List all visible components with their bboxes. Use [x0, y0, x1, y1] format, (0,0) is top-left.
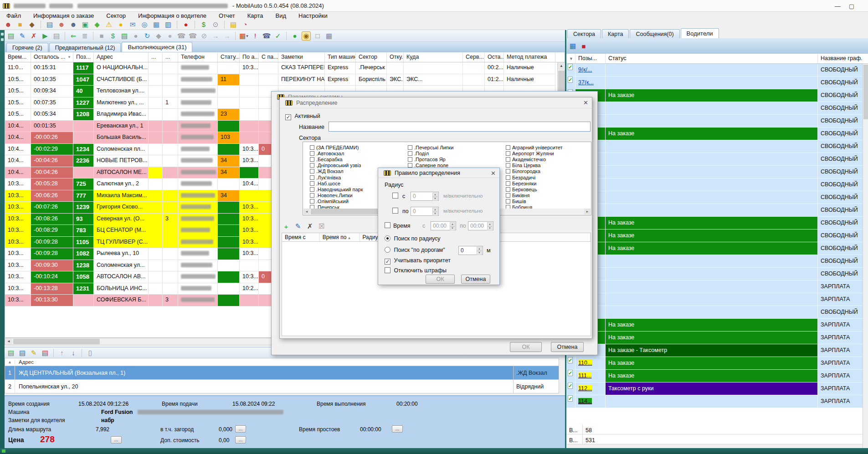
operator-icon[interactable]: ☻: [4, 20, 13, 29]
money-icon[interactable]: $: [199, 20, 208, 29]
checkbox-icon[interactable]: [310, 187, 314, 192]
orders-column-header-3[interactable]: Адрес: [94, 52, 149, 62]
orders-column-header-2[interactable]: Поз...: [73, 52, 94, 62]
checkbox-icon[interactable]: [310, 199, 314, 204]
address-delete-icon[interactable]: ▤: [41, 348, 50, 357]
search-radius-radio[interactable]: Поиск по радиусу: [385, 235, 441, 242]
tab-orders-2[interactable]: Выполняющиеся (31): [122, 42, 192, 52]
close-icon[interactable]: ✕: [491, 170, 496, 177]
driver-row[interactable]: ✓На заказеСВОБОДНЫЙ: [566, 89, 863, 102]
rule-delete-icon[interactable]: ✗: [305, 222, 314, 231]
rules-column-header-1[interactable]: Время по ▲: [320, 233, 360, 241]
rule-add-icon[interactable]: +: [282, 222, 291, 231]
driver-row[interactable]: ✓ЗАРПЛАТА: [566, 281, 863, 293]
driver-row[interactable]: ✓СВОБОДНЫЙ: [566, 306, 863, 319]
checkbox-checked-icon[interactable]: ✓: [568, 77, 573, 83]
schedule-column-header[interactable]: Название граф...: [818, 54, 863, 63]
driver-row[interactable]: ✓СВОБОДНЫЙ: [566, 153, 863, 166]
checkbox-icon[interactable]: [506, 193, 510, 198]
driver-row[interactable]: ✓108...На заказе - ТаксометрЗАРПЛАТА: [566, 344, 863, 357]
checkbox-icon[interactable]: [506, 169, 510, 173]
db-delete-icon[interactable]: ✗: [29, 31, 38, 41]
driver-row[interactable]: ✓На заказеЗАРПЛАТА: [566, 332, 863, 344]
orders-column-header-0[interactable]: Врем...: [5, 52, 31, 62]
driver-row[interactable]: ✓112...Таксометр с рукиЗАРПЛАТА: [566, 383, 863, 395]
time-to-spinner[interactable]: 00:00▲▼: [468, 221, 493, 230]
notes-icon[interactable]: ▤: [229, 20, 238, 29]
db-edit-icon[interactable]: ✎: [18, 31, 27, 41]
callsign-column-header[interactable]: Позы...: [575, 54, 606, 63]
taxi-icon[interactable]: ■: [15, 20, 25, 29]
tab-right-1[interactable]: Карта: [602, 29, 629, 38]
driver-callsign-link[interactable]: 110...: [578, 360, 592, 366]
filter-icon[interactable]: ▼: [566, 54, 575, 63]
orders-column-header-4[interactable]: ...: [149, 52, 163, 62]
db-run-icon[interactable]: ▶: [41, 31, 50, 41]
coin-icon[interactable]: ●: [116, 20, 125, 29]
network-icon[interactable]: ▦: [152, 20, 161, 29]
clients-icon[interactable]: ☻: [69, 20, 78, 29]
client-icon[interactable]: ☻: [57, 20, 66, 29]
orders-column-header-13[interactable]: Отку...: [387, 52, 404, 62]
sector-item[interactable]: Білогородка: [506, 168, 562, 174]
sector-item[interactable]: .Протасов Яр: [408, 156, 454, 162]
driver-callsign-link[interactable]: 37(к...: [578, 79, 594, 86]
driver-callsign-link[interactable]: 114...: [578, 398, 592, 404]
rule-titlebar[interactable]: Правило распределения ✕: [378, 168, 499, 178]
sector-item[interactable]: .ЖД Вокзал: [310, 168, 363, 174]
rule-clear-icon[interactable]: ☒: [317, 222, 326, 231]
checkbox-icon[interactable]: [506, 181, 510, 186]
address-insert-icon[interactable]: ▤: [18, 348, 27, 357]
checkbox-checked-icon[interactable]: ✓: [568, 357, 573, 363]
menu-Информация о заказе[interactable]: Информация о заказе: [33, 12, 94, 19]
sector-item[interactable]: .Автовокзал: [310, 150, 363, 156]
tab-right-2[interactable]: Сообщения(0): [630, 29, 679, 38]
checkbox-icon[interactable]: [310, 145, 314, 150]
driver-row[interactable]: ✓СВОБОДНЫЙ: [566, 166, 863, 179]
sector-item[interactable]: Аграрний університет: [506, 144, 562, 150]
driver-row[interactable]: ✓На заказеСВОБОДНЫЙ: [566, 128, 863, 140]
circle-green-icon[interactable]: ●: [290, 31, 299, 41]
order-document-icon[interactable]: ▤: [45, 20, 54, 29]
doc-green-icon[interactable]: ▤: [120, 31, 129, 41]
search-roads-radio[interactable]: Поиск "по дорогам": [385, 247, 445, 253]
distribution-titlebar[interactable]: Распределение ✕: [280, 97, 592, 108]
sector-item[interactable]: .Бесарабка: [310, 156, 363, 162]
driver-row[interactable]: ✓9(к/...СВОБОДНЫЙ: [566, 64, 863, 77]
doc-gray-icon[interactable]: ▤: [52, 31, 61, 41]
tab-right-0[interactable]: Сектора: [567, 29, 601, 38]
checkbox-icon[interactable]: [408, 163, 412, 168]
driver-row[interactable]: ✓СВОБОДНЫЙ: [566, 268, 863, 281]
menu-Настройки[interactable]: Настройки: [298, 12, 328, 19]
roads-distance-spinner[interactable]: 0▲▼: [458, 246, 483, 255]
driver-row[interactable]: ✓114...ЗАРПЛАТА: [566, 395, 863, 408]
eye-icon[interactable]: ◉: [302, 31, 311, 41]
checkbox-icon[interactable]: [310, 169, 314, 173]
move-up-icon[interactable]: ↑: [57, 348, 67, 357]
lock-red-icon[interactable]: ■: [579, 41, 588, 51]
driver-callsign-link[interactable]: 9(к/...: [578, 66, 592, 73]
warning-icon[interactable]: ⚠: [104, 20, 113, 29]
checkbox-icon[interactable]: [310, 157, 314, 162]
extra-ellipsis-button[interactable]: ...: [235, 436, 246, 444]
driver-row[interactable]: ✓СВОБОДНЫЙ: [566, 179, 863, 191]
minimize-button[interactable]: —: [835, 3, 841, 10]
sector-item[interactable]: Аеропорт Жуляни: [506, 150, 562, 156]
sector-item[interactable]: .Дніпровський узвіз: [310, 163, 363, 168]
checkbox-checked-icon[interactable]: ✓: [568, 395, 573, 402]
radius-to-checkbox[interactable]: [392, 208, 398, 214]
pie-chart-icon[interactable]: ◔: [241, 20, 250, 29]
menu-Вид[interactable]: Вид: [275, 12, 286, 19]
checkbox-icon[interactable]: [506, 199, 510, 204]
dropdown-chevron-icon[interactable]: ▾: [246, 34, 248, 38]
sector-item[interactable]: Бишів: [506, 199, 562, 204]
suburb-ellipsis-button[interactable]: ...: [235, 425, 246, 433]
tab-orders-1[interactable]: Предварительный (12): [49, 43, 121, 52]
checkbox-icon[interactable]: [506, 175, 510, 180]
checkbox-checked-icon[interactable]: ✓: [568, 370, 573, 376]
sector-item[interactable]: .Наводницький парк: [310, 186, 363, 192]
menu-Информация о водителе[interactable]: Информация о водителе: [138, 12, 206, 19]
checkbox-icon[interactable]: [310, 151, 314, 156]
driver-row[interactable]: ✓На заказеСВОБОДНЫЙ: [566, 242, 863, 255]
order-row[interactable]: 10:5...00:10:351047СЧАСТЛИВОЕ (Б...11ПЕР…: [5, 74, 565, 86]
